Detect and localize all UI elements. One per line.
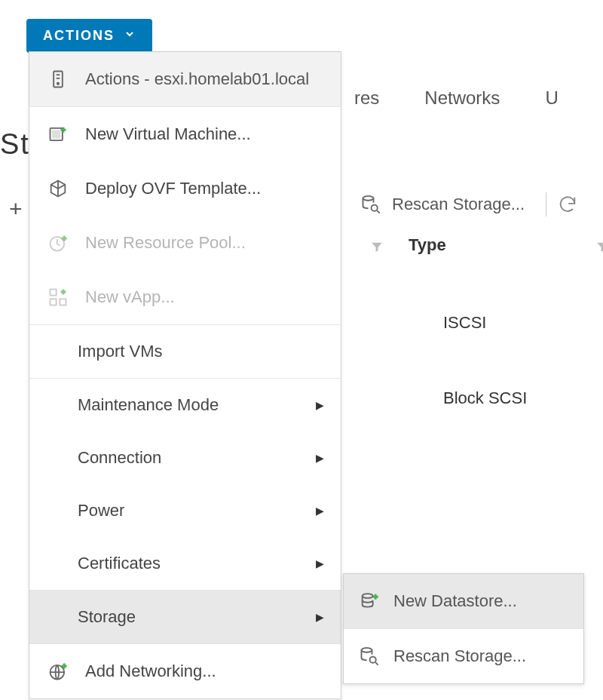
filter-icon[interactable] bbox=[595, 240, 603, 256]
rescan-label: Rescan Storage... bbox=[392, 195, 525, 214]
menu-item-new-vapp: New vApp... bbox=[29, 270, 341, 324]
menu-item-power[interactable]: Power bbox=[29, 484, 341, 537]
menu-item-label: Connection bbox=[78, 448, 161, 468]
storage-submenu: New Datastore... Rescan Storage... bbox=[343, 573, 584, 684]
svg-point-26 bbox=[370, 657, 376, 663]
globe-plus-icon bbox=[47, 661, 69, 682]
tab-u-fragment[interactable]: U bbox=[545, 88, 558, 109]
svg-rect-14 bbox=[51, 290, 57, 296]
db-search-icon bbox=[359, 646, 380, 667]
menu-item-label: Import VMs bbox=[78, 342, 162, 361]
menu-item-connection[interactable]: Connection bbox=[29, 431, 341, 484]
menu-item-label: New vApp... bbox=[85, 287, 175, 307]
actions-label: ACTIONS bbox=[43, 28, 115, 44]
svg-point-22 bbox=[363, 594, 373, 598]
submenu-item-new-datastore[interactable]: New Datastore... bbox=[344, 574, 583, 629]
menu-header: Actions - esxi.homelab01.local bbox=[29, 52, 341, 107]
menu-item-maintenance[interactable]: Maintenance Mode bbox=[29, 378, 341, 431]
section-heading-fragment: St bbox=[0, 128, 30, 161]
filter-icon[interactable] bbox=[370, 240, 384, 256]
menu-item-storage[interactable]: Storage bbox=[29, 590, 341, 643]
menu-item-new-vm[interactable]: New Virtual Machine... bbox=[29, 107, 341, 161]
menu-item-label: Maintenance Mode bbox=[78, 395, 219, 415]
column-header-type[interactable]: Type bbox=[409, 235, 446, 255]
tab-res-fragment[interactable]: res bbox=[354, 88, 379, 109]
menu-item-label: New Virtual Machine... bbox=[85, 124, 251, 144]
menu-item-label: Deploy OVF Template... bbox=[85, 179, 261, 198]
menu-item-add-networking[interactable]: Add Networking... bbox=[29, 643, 341, 698]
svg-rect-8 bbox=[53, 130, 60, 137]
cube-icon bbox=[47, 178, 69, 199]
actions-button[interactable]: ACTIONS bbox=[26, 19, 152, 53]
menu-item-label: Add Networking... bbox=[85, 662, 216, 681]
svg-point-1 bbox=[372, 205, 378, 211]
submenu-item-label: New Datastore... bbox=[393, 591, 517, 611]
svg-rect-16 bbox=[60, 299, 66, 305]
menu-item-deploy-ovf[interactable]: Deploy OVF Template... bbox=[29, 161, 341, 216]
refresh-icon[interactable] bbox=[557, 194, 578, 215]
db-plus-icon bbox=[359, 591, 380, 612]
actions-menu: Actions - esxi.homelab01.local New Virtu… bbox=[29, 51, 341, 699]
rescan-storage-action[interactable]: Rescan Storage... bbox=[360, 192, 578, 216]
menu-item-new-resource-pool: New Resource Pool... bbox=[29, 216, 341, 270]
tab-networks[interactable]: Networks bbox=[424, 88, 500, 109]
svg-line-27 bbox=[375, 662, 378, 665]
menu-item-import-vms[interactable]: Import VMs bbox=[29, 324, 341, 378]
svg-rect-15 bbox=[51, 299, 57, 305]
menu-item-label: Storage bbox=[78, 607, 136, 627]
chevron-down-icon bbox=[124, 28, 136, 44]
menu-item-label: Power bbox=[78, 501, 124, 520]
svg-point-6 bbox=[57, 83, 59, 84]
grid-plus-icon bbox=[47, 287, 69, 308]
db-search-icon bbox=[360, 194, 381, 215]
svg-point-25 bbox=[362, 648, 372, 652]
svg-line-2 bbox=[377, 210, 380, 213]
menu-item-certificates[interactable]: Certificates bbox=[29, 537, 341, 590]
menu-item-label: Certificates bbox=[78, 554, 161, 573]
vm-plus-icon bbox=[47, 124, 69, 145]
cell-block-scsi: Block SCSI bbox=[443, 388, 527, 408]
svg-point-0 bbox=[363, 196, 374, 201]
divider bbox=[546, 192, 546, 216]
add-icon[interactable]: + bbox=[9, 196, 23, 222]
submenu-item-rescan-storage[interactable]: Rescan Storage... bbox=[344, 629, 583, 683]
menu-header-label: Actions - esxi.homelab01.local bbox=[85, 69, 309, 89]
host-icon bbox=[47, 69, 69, 90]
submenu-item-label: Rescan Storage... bbox=[393, 646, 526, 666]
clock-plus-icon bbox=[47, 232, 69, 253]
cell-iscsi: ISCSI bbox=[443, 313, 486, 333]
menu-item-label: New Resource Pool... bbox=[85, 233, 246, 253]
